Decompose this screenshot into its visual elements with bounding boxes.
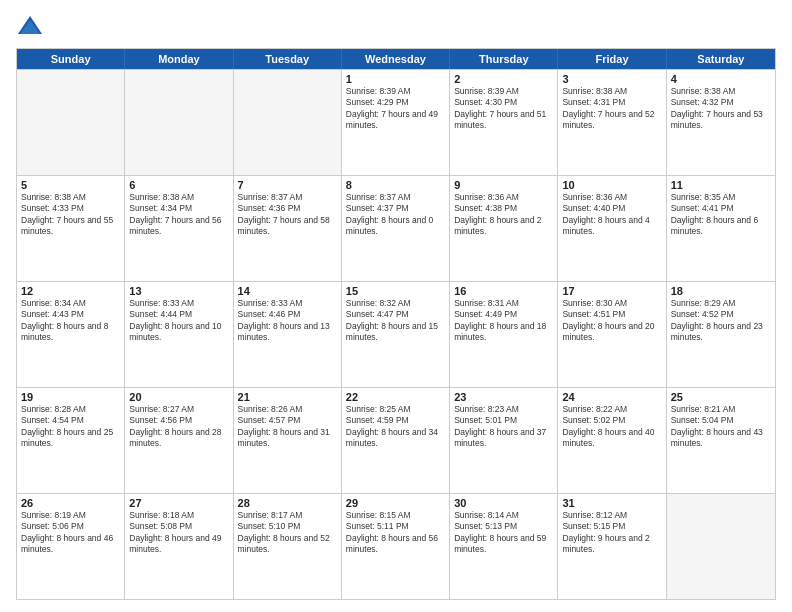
cell-info: Sunrise: 8:22 AMSunset: 5:02 PMDaylight:…	[562, 404, 661, 450]
cell-info: Sunrise: 8:32 AMSunset: 4:47 PMDaylight:…	[346, 298, 445, 344]
calendar-cell: 21Sunrise: 8:26 AMSunset: 4:57 PMDayligh…	[234, 388, 342, 493]
cell-day-number: 2	[454, 73, 553, 85]
cell-day-number: 26	[21, 497, 120, 509]
cell-info: Sunrise: 8:37 AMSunset: 4:36 PMDaylight:…	[238, 192, 337, 238]
calendar: SundayMondayTuesdayWednesdayThursdayFrid…	[16, 48, 776, 600]
cell-day-number: 20	[129, 391, 228, 403]
cell-day-number: 18	[671, 285, 771, 297]
calendar-row: 26Sunrise: 8:19 AMSunset: 5:06 PMDayligh…	[17, 493, 775, 599]
cell-info: Sunrise: 8:26 AMSunset: 4:57 PMDaylight:…	[238, 404, 337, 450]
calendar-cell: 26Sunrise: 8:19 AMSunset: 5:06 PMDayligh…	[17, 494, 125, 599]
cell-day-number: 25	[671, 391, 771, 403]
cell-day-number: 14	[238, 285, 337, 297]
cell-info: Sunrise: 8:39 AMSunset: 4:30 PMDaylight:…	[454, 86, 553, 132]
cell-day-number: 1	[346, 73, 445, 85]
cell-info: Sunrise: 8:23 AMSunset: 5:01 PMDaylight:…	[454, 404, 553, 450]
calendar-cell: 9Sunrise: 8:36 AMSunset: 4:38 PMDaylight…	[450, 176, 558, 281]
cell-info: Sunrise: 8:38 AMSunset: 4:34 PMDaylight:…	[129, 192, 228, 238]
calendar-cell: 30Sunrise: 8:14 AMSunset: 5:13 PMDayligh…	[450, 494, 558, 599]
day-header: Monday	[125, 49, 233, 69]
cell-day-number: 30	[454, 497, 553, 509]
cell-info: Sunrise: 8:15 AMSunset: 5:11 PMDaylight:…	[346, 510, 445, 556]
cell-info: Sunrise: 8:34 AMSunset: 4:43 PMDaylight:…	[21, 298, 120, 344]
cell-day-number: 5	[21, 179, 120, 191]
cell-day-number: 22	[346, 391, 445, 403]
cell-info: Sunrise: 8:33 AMSunset: 4:46 PMDaylight:…	[238, 298, 337, 344]
calendar-cell: 11Sunrise: 8:35 AMSunset: 4:41 PMDayligh…	[667, 176, 775, 281]
calendar-cell: 25Sunrise: 8:21 AMSunset: 5:04 PMDayligh…	[667, 388, 775, 493]
cell-info: Sunrise: 8:36 AMSunset: 4:38 PMDaylight:…	[454, 192, 553, 238]
cell-day-number: 28	[238, 497, 337, 509]
calendar-header: SundayMondayTuesdayWednesdayThursdayFrid…	[17, 49, 775, 69]
cell-day-number: 4	[671, 73, 771, 85]
calendar-cell: 18Sunrise: 8:29 AMSunset: 4:52 PMDayligh…	[667, 282, 775, 387]
cell-day-number: 9	[454, 179, 553, 191]
calendar-cell: 24Sunrise: 8:22 AMSunset: 5:02 PMDayligh…	[558, 388, 666, 493]
calendar-cell: 5Sunrise: 8:38 AMSunset: 4:33 PMDaylight…	[17, 176, 125, 281]
calendar-cell: 22Sunrise: 8:25 AMSunset: 4:59 PMDayligh…	[342, 388, 450, 493]
cell-info: Sunrise: 8:36 AMSunset: 4:40 PMDaylight:…	[562, 192, 661, 238]
cell-day-number: 8	[346, 179, 445, 191]
calendar-row: 5Sunrise: 8:38 AMSunset: 4:33 PMDaylight…	[17, 175, 775, 281]
cell-info: Sunrise: 8:39 AMSunset: 4:29 PMDaylight:…	[346, 86, 445, 132]
cell-day-number: 27	[129, 497, 228, 509]
calendar-cell: 3Sunrise: 8:38 AMSunset: 4:31 PMDaylight…	[558, 70, 666, 175]
cell-day-number: 7	[238, 179, 337, 191]
calendar-cell: 6Sunrise: 8:38 AMSunset: 4:34 PMDaylight…	[125, 176, 233, 281]
calendar-cell: 4Sunrise: 8:38 AMSunset: 4:32 PMDaylight…	[667, 70, 775, 175]
cell-info: Sunrise: 8:37 AMSunset: 4:37 PMDaylight:…	[346, 192, 445, 238]
calendar-cell	[667, 494, 775, 599]
cell-info: Sunrise: 8:28 AMSunset: 4:54 PMDaylight:…	[21, 404, 120, 450]
calendar-body: 1Sunrise: 8:39 AMSunset: 4:29 PMDaylight…	[17, 69, 775, 599]
day-header: Tuesday	[234, 49, 342, 69]
cell-info: Sunrise: 8:33 AMSunset: 4:44 PMDaylight:…	[129, 298, 228, 344]
cell-info: Sunrise: 8:12 AMSunset: 5:15 PMDaylight:…	[562, 510, 661, 556]
cell-day-number: 31	[562, 497, 661, 509]
calendar-cell: 8Sunrise: 8:37 AMSunset: 4:37 PMDaylight…	[342, 176, 450, 281]
cell-day-number: 16	[454, 285, 553, 297]
day-header: Sunday	[17, 49, 125, 69]
cell-day-number: 23	[454, 391, 553, 403]
calendar-cell	[234, 70, 342, 175]
cell-day-number: 12	[21, 285, 120, 297]
cell-info: Sunrise: 8:17 AMSunset: 5:10 PMDaylight:…	[238, 510, 337, 556]
cell-info: Sunrise: 8:38 AMSunset: 4:32 PMDaylight:…	[671, 86, 771, 132]
cell-day-number: 13	[129, 285, 228, 297]
calendar-cell: 17Sunrise: 8:30 AMSunset: 4:51 PMDayligh…	[558, 282, 666, 387]
day-header: Saturday	[667, 49, 775, 69]
calendar-cell: 31Sunrise: 8:12 AMSunset: 5:15 PMDayligh…	[558, 494, 666, 599]
calendar-cell: 19Sunrise: 8:28 AMSunset: 4:54 PMDayligh…	[17, 388, 125, 493]
calendar-row: 1Sunrise: 8:39 AMSunset: 4:29 PMDaylight…	[17, 69, 775, 175]
calendar-cell: 2Sunrise: 8:39 AMSunset: 4:30 PMDaylight…	[450, 70, 558, 175]
day-header: Wednesday	[342, 49, 450, 69]
calendar-row: 19Sunrise: 8:28 AMSunset: 4:54 PMDayligh…	[17, 387, 775, 493]
page: SundayMondayTuesdayWednesdayThursdayFrid…	[0, 0, 792, 612]
day-header: Friday	[558, 49, 666, 69]
cell-info: Sunrise: 8:35 AMSunset: 4:41 PMDaylight:…	[671, 192, 771, 238]
calendar-cell: 29Sunrise: 8:15 AMSunset: 5:11 PMDayligh…	[342, 494, 450, 599]
cell-day-number: 17	[562, 285, 661, 297]
cell-info: Sunrise: 8:21 AMSunset: 5:04 PMDaylight:…	[671, 404, 771, 450]
cell-day-number: 6	[129, 179, 228, 191]
cell-day-number: 24	[562, 391, 661, 403]
calendar-cell	[17, 70, 125, 175]
calendar-row: 12Sunrise: 8:34 AMSunset: 4:43 PMDayligh…	[17, 281, 775, 387]
cell-info: Sunrise: 8:14 AMSunset: 5:13 PMDaylight:…	[454, 510, 553, 556]
calendar-cell: 12Sunrise: 8:34 AMSunset: 4:43 PMDayligh…	[17, 282, 125, 387]
calendar-cell: 10Sunrise: 8:36 AMSunset: 4:40 PMDayligh…	[558, 176, 666, 281]
calendar-cell: 15Sunrise: 8:32 AMSunset: 4:47 PMDayligh…	[342, 282, 450, 387]
cell-day-number: 19	[21, 391, 120, 403]
calendar-cell: 27Sunrise: 8:18 AMSunset: 5:08 PMDayligh…	[125, 494, 233, 599]
calendar-cell: 23Sunrise: 8:23 AMSunset: 5:01 PMDayligh…	[450, 388, 558, 493]
calendar-cell: 28Sunrise: 8:17 AMSunset: 5:10 PMDayligh…	[234, 494, 342, 599]
cell-day-number: 11	[671, 179, 771, 191]
cell-day-number: 3	[562, 73, 661, 85]
calendar-cell: 16Sunrise: 8:31 AMSunset: 4:49 PMDayligh…	[450, 282, 558, 387]
cell-day-number: 29	[346, 497, 445, 509]
logo	[16, 12, 48, 40]
cell-day-number: 15	[346, 285, 445, 297]
calendar-cell: 1Sunrise: 8:39 AMSunset: 4:29 PMDaylight…	[342, 70, 450, 175]
cell-info: Sunrise: 8:25 AMSunset: 4:59 PMDaylight:…	[346, 404, 445, 450]
logo-icon	[16, 12, 44, 40]
header	[16, 12, 776, 40]
